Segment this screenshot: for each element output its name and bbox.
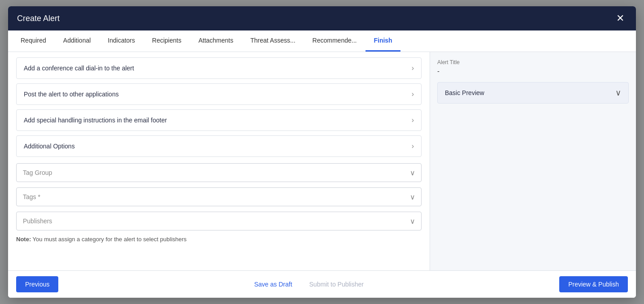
footer-left: Previous	[16, 276, 58, 292]
accordion-conference-call-label: Add a conference call dial-in to the ale…	[24, 65, 134, 72]
main-content: Add a conference call dial-in to the ale…	[8, 52, 430, 270]
accordion-post-alert-label: Post the alert to other applications	[24, 91, 119, 98]
footer-right: Preview & Publish	[559, 276, 628, 292]
create-alert-modal: Create Alert ✕ Required Additional Indic…	[8, 6, 636, 298]
chevron-right-icon-2: ›	[412, 116, 414, 124]
modal-title: Create Alert	[17, 14, 60, 23]
chevron-right-icon-1: ›	[412, 90, 414, 98]
accordion-additional-options-label: Additional Options	[24, 143, 75, 150]
accordion-special-handling[interactable]: Add special handling instructions in the…	[16, 109, 422, 131]
note-bold: Note:	[16, 236, 31, 243]
chevron-right-icon-0: ›	[412, 64, 414, 72]
modal-header: Create Alert ✕	[8, 6, 636, 30]
save-draft-button[interactable]: Save as Draft	[252, 276, 294, 292]
publishers-wrapper: Publishers ∨	[16, 212, 422, 230]
sidebar-panel: Alert Title - Basic Preview ∨	[430, 52, 636, 270]
accordion-additional-options[interactable]: Additional Options ›	[16, 135, 422, 157]
modal-overlay: Create Alert ✕ Required Additional Indic…	[0, 0, 644, 304]
accordion-post-alert[interactable]: Post the alert to other applications ›	[16, 83, 422, 105]
tags-wrapper: Tags * ∨	[16, 187, 422, 206]
tab-required[interactable]: Required	[13, 30, 54, 52]
basic-preview-chevron-icon: ∨	[615, 88, 621, 98]
tab-attachments[interactable]: Attachments	[190, 30, 241, 52]
tab-threat-assess[interactable]: Threat Assess...	[242, 30, 303, 52]
basic-preview-toggle[interactable]: Basic Preview ∨	[437, 82, 629, 104]
footer: Previous Save as Draft Submit to Publish…	[8, 270, 636, 298]
alert-title-value: -	[437, 67, 629, 75]
tab-indicators[interactable]: Indicators	[100, 30, 143, 52]
tab-recipients[interactable]: Recipients	[144, 30, 189, 52]
publishers-note: Note: You must assign a category for the…	[16, 236, 422, 243]
tab-recommended[interactable]: Recommende...	[305, 30, 365, 52]
tags-select[interactable]: Tags *	[16, 187, 422, 206]
accordion-conference-call[interactable]: Add a conference call dial-in to the ale…	[16, 57, 422, 79]
note-body: You must assign a category for the alert…	[31, 236, 187, 243]
footer-center: Save as Draft Submit to Publisher	[58, 276, 559, 292]
preview-publish-button[interactable]: Preview & Publish	[559, 276, 628, 292]
publishers-select[interactable]: Publishers	[16, 212, 422, 230]
accordion-special-handling-label: Add special handling instructions in the…	[24, 117, 167, 124]
tag-group-select[interactable]: Tag Group	[16, 163, 422, 182]
tabs-bar: Required Additional Indicators Recipient…	[8, 30, 636, 52]
previous-button[interactable]: Previous	[16, 276, 58, 292]
tag-group-wrapper: Tag Group ∨	[16, 163, 422, 182]
alert-title-label: Alert Title	[437, 59, 629, 65]
basic-preview-label: Basic Preview	[445, 89, 484, 96]
close-icon: ✕	[616, 13, 624, 24]
tab-additional[interactable]: Additional	[55, 30, 99, 52]
body-area: Add a conference call dial-in to the ale…	[8, 52, 636, 270]
close-button[interactable]: ✕	[614, 13, 627, 24]
submit-publisher-button: Submit to Publisher	[308, 276, 366, 292]
form-section: Tag Group ∨ Tags * ∨ Publishers	[16, 163, 422, 243]
chevron-right-icon-3: ›	[412, 142, 414, 150]
tab-finish[interactable]: Finish	[366, 30, 400, 52]
